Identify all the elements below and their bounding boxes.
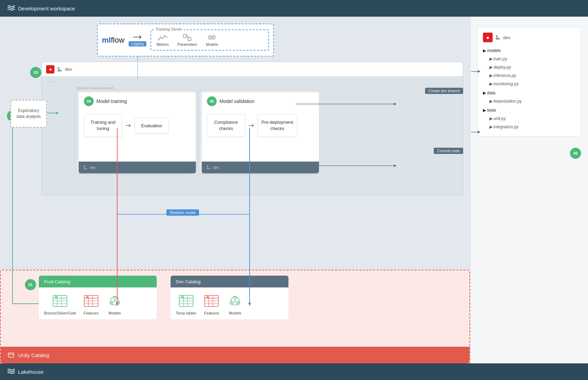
step-04-badge: 04 (84, 96, 94, 106)
svg-point-10 (58, 70, 59, 71)
create-dev-branch-badge: Create dev branch (425, 88, 464, 94)
dev-models: Models (227, 293, 243, 315)
svg-point-9 (58, 67, 59, 69)
metrics-item: Metrics (156, 34, 168, 46)
mlflow-logo: mlflow (102, 36, 124, 45)
svg-rect-5 (183, 34, 187, 37)
validation-dev-label: dev (213, 165, 219, 170)
step-01-badge: 01 (25, 279, 36, 290)
model-validation-title: Model validation (219, 98, 254, 104)
svg-point-14 (86, 168, 87, 170)
ellipsis: ... (47, 77, 57, 84)
svg-point-11 (60, 70, 61, 71)
tracking-server-label: Tracking Server (154, 27, 183, 31)
git-provider-panel: ◆ dev ▶ models ▶ train.py ▶ deploy.py ▶ … (470, 17, 588, 363)
git-dev-header: ◆ dev (483, 33, 576, 42)
catalog-section: 01 Prod Catalog A (0, 270, 470, 363)
model-training-title: Model training (96, 98, 127, 104)
model-validation-header: 05 Model validation (202, 92, 319, 109)
svg-point-4 (166, 37, 167, 38)
lakehouse-icon (7, 367, 15, 377)
prod-features-label: Features (84, 311, 98, 315)
unity-catalog-bar: Unity Catalog (1, 347, 469, 363)
svg-point-15 (207, 165, 208, 167)
svg-text:A: A (207, 295, 209, 299)
dev-features-label: Features (204, 311, 219, 315)
commit-code-badge: Commit code (434, 148, 463, 154)
lakehouse-title: Lakehouse (18, 369, 43, 375)
tests-folder: ▶ tests (483, 106, 576, 114)
dev-workspace-main: ◆ dev ... Model deployment 04 Model trai… (42, 62, 463, 195)
validation-flow: Compliancechecks Pre-deploymentchecks (202, 109, 319, 142)
svg-text:A: A (86, 295, 88, 299)
dev-catalog-container: Dev Catalog A Temp tables (171, 276, 288, 319)
svg-text:A: A (181, 295, 183, 299)
step-06-badge: 06 (570, 148, 581, 159)
training-flow: Training andtuning Evaluation (79, 109, 196, 142)
prod-bronze-label: Bronze/Silver/Gold (44, 311, 76, 315)
waves-icon (7, 3, 15, 13)
validation-footer: dev (202, 162, 319, 173)
svg-point-16 (207, 168, 208, 170)
monitoring-py: ▶ monitoring.py (483, 80, 576, 88)
prod-models-label: Models (109, 311, 121, 315)
svg-point-12 (84, 165, 85, 167)
register-model-badge: Register model (166, 209, 199, 216)
svg-text:A: A (55, 295, 57, 299)
svg-line-40 (115, 301, 117, 302)
dev-temp-tables-label: Temp tables (176, 311, 196, 315)
featurization-py: ▶ featurization.py (483, 97, 576, 105)
evaluation-box: Evaluation (135, 118, 169, 133)
svg-point-0 (158, 40, 159, 41)
deploy-py: ▶ deploy.py (483, 63, 576, 71)
svg-point-2 (162, 38, 163, 39)
dev-workspace-bar: Development workspace (0, 0, 588, 17)
step-03-badge: 03 (30, 67, 41, 78)
logging-badge-container: Logging (129, 34, 147, 46)
lakehouse-bar: Lakehouse (0, 363, 588, 380)
git-dev-label: dev (503, 35, 510, 40)
svg-line-39 (113, 301, 115, 302)
svg-point-1 (160, 37, 161, 38)
git-logo-panel: ◆ (483, 33, 493, 42)
model-training-box: 04 Model training Training andtuning Eva… (78, 92, 196, 174)
tracking-server-box: Tracking Server Metrics Parameters Model… (150, 29, 269, 51)
compliance-checks-box: Compliancechecks (207, 114, 245, 137)
file-tree: ▶ models ▶ train.py ▶ deploy.py ▶ infere… (483, 46, 576, 131)
dev-workspace-title: Development workspace (18, 6, 75, 11)
unity-catalog-title: Unity Catalog (18, 352, 49, 358)
mlflow-section: mlflow Logging Tracking Server Metrics P… (97, 24, 274, 57)
prod-catalog-header: Prod Catalog (39, 276, 157, 287)
dev-branch-header: ◆ dev (42, 62, 463, 77)
svg-point-13 (84, 168, 85, 170)
dev-label-header: dev (65, 67, 72, 72)
dev-catalog-items: A Temp tables A Features (171, 287, 288, 319)
svg-rect-64 (8, 353, 14, 357)
inference-py: ▶ inference.py (483, 71, 576, 80)
dev-temp-tables: A Temp tables (176, 293, 196, 315)
dev-catalog-title: Dev Catalog (176, 279, 201, 284)
models-item: Models (206, 34, 218, 46)
parameters-item: Parameters (178, 34, 197, 46)
prod-features: A Features (83, 293, 100, 315)
models-folder: ▶ models (483, 46, 576, 55)
training-tuning-box: Training andtuning (84, 114, 122, 137)
prod-bronze-silver-gold: A Bronze/Silver/Gold (44, 293, 76, 315)
prod-catalog-title: Prod Catalog (44, 279, 70, 284)
data-folder: ▶ data (483, 89, 576, 97)
unit-py: ▶ unit.py (483, 114, 576, 123)
svg-point-17 (209, 168, 210, 170)
prod-catalog-container: Prod Catalog A Bronze/Silver/Gold (39, 276, 157, 319)
training-dev-label: dev (90, 165, 96, 170)
dev-features: A Features (203, 293, 220, 315)
dev-catalog-header: Dev Catalog (171, 276, 288, 287)
svg-point-3 (164, 35, 165, 36)
svg-rect-6 (188, 37, 191, 41)
metrics-label: Metrics (156, 42, 168, 46)
git-logo-dev: ◆ (46, 65, 54, 74)
logging-badge: Logging (129, 41, 147, 46)
svg-point-78 (496, 35, 498, 37)
dev-models-label: Models (229, 311, 241, 315)
model-validation-box: 05 Model validation Compliancechecks Pre… (201, 92, 319, 174)
parameters-label: Parameters (178, 42, 197, 46)
